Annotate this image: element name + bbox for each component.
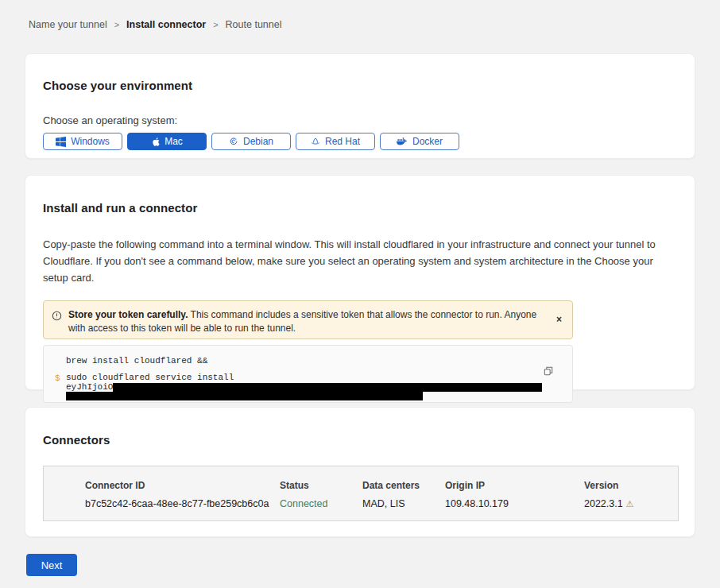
command-line-brew: brew install cloudflared && [66, 356, 207, 366]
info-icon [52, 310, 62, 324]
redacted-token-bar [66, 392, 423, 400]
breadcrumb-install-connector[interactable]: Install connector [126, 19, 206, 30]
terminal-command-block[interactable]: brew install cloudflared && $ sudo cloud… [43, 345, 573, 403]
warning-icon: ⚠ [626, 499, 634, 509]
connectors-table: Connector ID Status Data centers Origin … [43, 466, 679, 521]
environment-card-title: Choose your environment [43, 79, 677, 92]
token-warning-text: Store your token carefully. This command… [68, 308, 537, 335]
docker-icon [397, 137, 408, 146]
os-button-docker[interactable]: Docker [380, 133, 459, 150]
os-button-label: Debian [243, 136, 273, 147]
connectors-card-title: Connectors [43, 433, 677, 447]
os-button-group: Windows Mac Debian Red Hat Docker [43, 133, 677, 150]
token-prefix: eyJhIjoiO [66, 383, 113, 393]
debian-icon [229, 137, 238, 146]
header-status: Status [280, 480, 362, 491]
os-button-debian[interactable]: Debian [211, 133, 291, 150]
version-value: 2022.3.1⚠ [584, 498, 678, 509]
environment-card: Choose your environment Choose an operat… [25, 53, 695, 159]
header-origin-ip: Origin IP [445, 480, 584, 491]
breadcrumb: Name your tunnel > Install connector > R… [0, 0, 720, 30]
breadcrumb-separator: > [114, 20, 119, 29]
table-header-row: Connector ID Status Data centers Origin … [85, 480, 678, 491]
os-button-redhat[interactable]: Red Hat [296, 133, 375, 150]
os-button-label: Windows [71, 136, 110, 147]
redhat-icon [311, 137, 320, 146]
header-version: Version [584, 480, 678, 491]
token-warning-banner: Store your token carefully. This command… [43, 300, 573, 339]
origin-ip-value: 109.48.10.179 [445, 498, 584, 509]
status-badge: Connected [280, 498, 362, 509]
header-data-centers: Data centers [362, 480, 445, 491]
next-button[interactable]: Next [26, 554, 77, 576]
breadcrumb-name-your-tunnel[interactable]: Name your tunnel [29, 19, 107, 30]
os-button-label: Docker [412, 136, 443, 147]
data-centers-value: MAD, LIS [362, 498, 445, 509]
connector-id-value: b7c52c42-6caa-48ee-8c77-fbe259cb6c0a [85, 498, 280, 509]
apple-icon [151, 137, 160, 147]
header-connector-id: Connector ID [85, 480, 280, 491]
os-button-label: Mac [165, 136, 183, 147]
command-line-sudo: sudo cloudflared service install [66, 373, 542, 383]
os-button-mac[interactable]: Mac [127, 133, 207, 150]
breadcrumb-route-tunnel[interactable]: Route tunnel [226, 19, 282, 30]
install-description: Copy-paste the following command into a … [43, 236, 675, 286]
os-select-label: Choose an operating system: [43, 114, 677, 126]
os-button-windows[interactable]: Windows [43, 133, 122, 150]
os-button-label: Red Hat [325, 136, 360, 147]
redacted-token-bar [113, 383, 542, 392]
shell-prompt: $ [55, 373, 66, 401]
connectors-card: Connectors Connector ID Status Data cent… [25, 407, 695, 537]
breadcrumb-separator: > [213, 20, 218, 29]
install-card: Install and run a connector Copy-paste t… [25, 175, 695, 390]
close-icon[interactable]: × [556, 315, 562, 324]
copy-icon[interactable] [544, 366, 553, 378]
windows-icon [56, 137, 66, 147]
token-warning-title: Store your token carefully. [68, 309, 188, 320]
table-row: b7c52c42-6caa-48ee-8c77-fbe259cb6c0a Con… [85, 498, 678, 509]
install-card-title: Install and run a connector [43, 201, 677, 215]
